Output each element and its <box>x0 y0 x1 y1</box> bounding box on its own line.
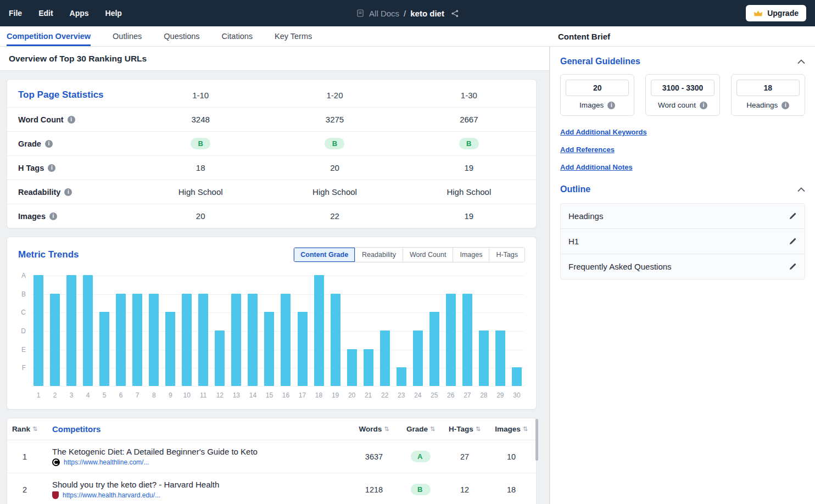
sort-icon[interactable]: ⇅ <box>523 425 528 433</box>
column-header-rank[interactable]: Rank ⇅ <box>7 425 42 433</box>
competitor-url-link[interactable]: https://www.health.harvard.edu/... <box>63 491 160 499</box>
x-tick-label: 8 <box>149 391 159 399</box>
tab-questions[interactable]: Questions <box>164 26 199 46</box>
stats-row-images: Imagesi 20 22 19 <box>7 204 536 228</box>
document-title[interactable]: keto diet <box>410 9 444 18</box>
sort-icon[interactable]: ⇅ <box>476 425 481 433</box>
content-brief-heading: Content Brief <box>558 26 610 47</box>
outline-item-h1[interactable]: H1 <box>560 228 805 254</box>
x-tick-label: 5 <box>99 391 109 399</box>
menu-edit[interactable]: Edit <box>38 9 53 18</box>
metric-tab-images[interactable]: Images <box>453 248 489 262</box>
x-tick-label: 22 <box>380 391 390 399</box>
info-icon[interactable]: i <box>700 102 707 109</box>
stats-row-h-tags: H Tagsi 18 20 19 <box>7 155 536 180</box>
upgrade-button[interactable]: Upgrade <box>746 5 806 21</box>
grade-badge: B <box>459 138 479 149</box>
breadcrumb-all-docs[interactable]: All Docs <box>369 9 399 18</box>
edit-pencil-icon[interactable] <box>789 237 797 245</box>
add-additional-notes-link[interactable]: Add Additional Notes <box>560 163 633 171</box>
headings-target-value: 18 <box>736 80 800 96</box>
column-label: H-Tags <box>449 425 473 433</box>
column-header-words[interactable]: Words ⇅ <box>349 425 399 433</box>
chart-bar <box>215 331 225 386</box>
chart-y-axis: ABCDEF <box>15 276 31 387</box>
y-tick-label: C <box>21 309 26 316</box>
metric-tab-word-count[interactable]: Word Count <box>403 248 453 262</box>
y-tick-label: D <box>21 327 26 335</box>
menu-help[interactable]: Help <box>105 9 122 18</box>
outline-item-faq[interactable]: Frequently Asked Questions <box>560 254 805 279</box>
column-header-h-tags[interactable]: H-Tags ⇅ <box>443 425 487 433</box>
htags-value: 12 <box>443 485 487 494</box>
tab-citations[interactable]: Citations <box>222 26 253 46</box>
column-header-grade[interactable]: Grade ⇅ <box>399 425 443 433</box>
grade-badge: B <box>191 138 210 149</box>
info-icon[interactable]: i <box>45 140 53 148</box>
y-tick-label: E <box>21 346 26 354</box>
info-icon[interactable]: i <box>781 102 789 109</box>
edit-pencil-icon[interactable] <box>789 262 797 271</box>
stat-value: 18 <box>133 163 267 172</box>
tab-outlines[interactable]: Outlines <box>113 26 142 46</box>
tab-competition-overview[interactable]: Competition Overview <box>7 26 91 46</box>
chart-x-axis: 1234567891011121314151617181920212223242… <box>31 391 524 399</box>
general-guidelines-title: General Guidelines <box>560 57 640 66</box>
x-tick-label: 19 <box>331 391 340 399</box>
metric-tab-readability[interactable]: Readability <box>355 248 403 262</box>
x-tick-label: 9 <box>165 391 175 399</box>
chart-bar <box>314 275 324 386</box>
chart-bar <box>99 312 109 386</box>
info-icon[interactable]: i <box>64 188 72 196</box>
chart-bar <box>264 312 274 386</box>
sort-icon[interactable]: ⇅ <box>384 425 389 433</box>
competitors-table-card: Rank ⇅ Competitors Words ⇅ Grade ⇅ H-Tag… <box>7 418 537 504</box>
menu-group: File Edit Apps Help <box>9 9 122 18</box>
column-header-images[interactable]: Images ⇅ <box>487 425 536 433</box>
outline-item-headings[interactable]: Headings <box>560 203 805 229</box>
metric-tab-content-grade[interactable]: Content Grade <box>294 248 355 262</box>
stat-value: High School <box>133 187 267 197</box>
overview-header: Overview of Top 30 Ranking URLs <box>0 47 549 71</box>
sort-icon[interactable]: ⇅ <box>430 425 435 433</box>
words-value: 3637 <box>349 452 399 461</box>
x-tick-label: 10 <box>182 391 192 399</box>
stat-value: High School <box>267 187 401 197</box>
chevron-up-icon[interactable] <box>797 59 805 64</box>
stat-value: 19 <box>402 163 536 172</box>
info-icon[interactable]: i <box>607 102 615 109</box>
chart-bar <box>149 294 159 386</box>
x-tick-label: 29 <box>495 391 505 399</box>
scrollbar-thumb[interactable] <box>535 419 538 461</box>
guideline-images-box: 20 Imagesi <box>560 74 634 116</box>
tab-key-terms[interactable]: Key Terms <box>275 26 312 46</box>
edit-pencil-icon[interactable] <box>789 212 797 220</box>
upgrade-label: Upgrade <box>767 9 799 18</box>
htags-value: 27 <box>443 452 487 461</box>
chart-bar <box>165 312 175 386</box>
column-header-competitors[interactable]: Competitors <box>42 424 349 434</box>
stat-value: 20 <box>267 163 401 172</box>
stats-column-1-10: 1-10 <box>133 91 267 100</box>
words-value: 1218 <box>349 485 399 494</box>
info-icon[interactable]: i <box>68 116 75 124</box>
metric-tab-h-tags[interactable]: H-Tags <box>489 248 524 262</box>
column-label: Rank <box>12 425 30 433</box>
outline-list: Headings H1 Frequently Asked Questions <box>560 203 805 279</box>
chevron-up-icon[interactable] <box>797 187 805 192</box>
chart-bar <box>331 294 340 386</box>
share-icon[interactable] <box>451 9 459 18</box>
document-icon <box>356 9 365 18</box>
info-icon[interactable]: i <box>48 164 55 172</box>
x-tick-label: 20 <box>347 391 357 399</box>
add-references-link[interactable]: Add References <box>560 145 615 154</box>
info-icon[interactable]: i <box>49 212 57 220</box>
images-target-value: 20 <box>566 80 629 96</box>
chart-bar <box>429 312 439 386</box>
competitor-url-link[interactable]: https://www.healthline.com/... <box>64 458 149 466</box>
add-additional-keywords-link[interactable]: Add Additional Keywords <box>560 128 647 136</box>
table-row: 2 Should you try the keto diet? - Harvar… <box>7 473 536 504</box>
menu-file[interactable]: File <box>9 9 22 18</box>
menu-apps[interactable]: Apps <box>70 9 89 18</box>
sort-icon[interactable]: ⇅ <box>32 425 37 433</box>
